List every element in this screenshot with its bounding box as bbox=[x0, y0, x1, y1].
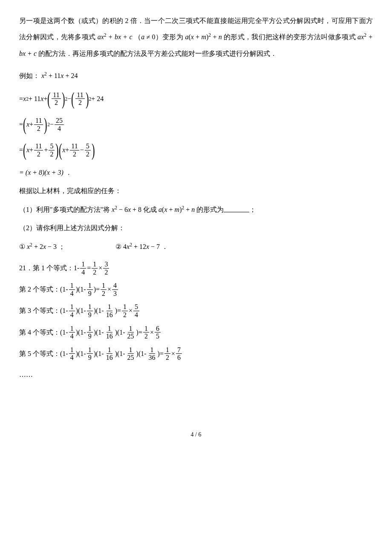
step-1: = x2 + 11x + ( 112 ) 2 − ( 112 ) 2 + 24 bbox=[19, 91, 373, 107]
s2-x: x bbox=[26, 120, 29, 129]
paren-open-icon: ( bbox=[72, 94, 75, 104]
ex-11: + 11 bbox=[47, 72, 61, 80]
q2a-semi: ； bbox=[58, 243, 65, 251]
math-m: m bbox=[201, 33, 206, 40]
paren-close-icon: ) bbox=[62, 94, 65, 104]
q1-pl2: + bbox=[184, 206, 191, 214]
s3-f1: 112 bbox=[34, 142, 43, 158]
s4-text: = (x + 8)(x + 3) ． bbox=[19, 169, 72, 176]
paren-open-icon: ( bbox=[23, 145, 26, 155]
head-1: 第 1 个等式： bbox=[33, 263, 74, 273]
q1-a: a bbox=[159, 206, 162, 214]
problem-21-label: 21． bbox=[19, 263, 33, 273]
intro-text-4: 的形式，我们把这样的变形方法叫做多项式 bbox=[224, 33, 357, 40]
head-5: 第 5 个等式： bbox=[19, 349, 60, 358]
q1-lead: （1）利用"多项式的配方法"将 bbox=[19, 206, 112, 214]
head-3: 第 3 个等式： bbox=[19, 306, 60, 315]
question-2-items: ① x2 + 2x − 3 ； ② 4x2 + 12x − 7 ． bbox=[19, 241, 373, 252]
intro-text-5: 的配方法．再运用多项式的配方法及平方差公式能对一些多项式进行分解因式． bbox=[38, 50, 277, 57]
intro-paragraph: 另一项是这两个数（或式）的积的 2 倍．当一个二次三项式不能直接能运用完全平方公… bbox=[19, 13, 373, 62]
s3-eq: = bbox=[19, 145, 23, 155]
math-bxc: + bx + c bbox=[107, 33, 133, 40]
question-2-lead: （2）请你利用上述方法因式分解： bbox=[19, 223, 373, 233]
s3-p4: − bbox=[80, 145, 84, 155]
r1a: 12 bbox=[92, 260, 98, 276]
s3-x1: x bbox=[26, 145, 29, 155]
math-n: n bbox=[219, 33, 222, 40]
head-2: 第 2 个等式： bbox=[19, 285, 60, 294]
q1-m: m bbox=[175, 206, 180, 214]
q1-pl: + bbox=[167, 206, 175, 214]
s3-p1: + bbox=[29, 145, 33, 155]
s2-plus: + bbox=[29, 120, 33, 129]
s3-p3: + bbox=[65, 145, 69, 155]
q2b-x2: x bbox=[146, 243, 149, 251]
s1-x: x bbox=[23, 94, 26, 104]
s2-minus: − bbox=[50, 120, 54, 129]
r1b: 32 bbox=[103, 260, 109, 276]
s1-frac1: 112 bbox=[52, 91, 61, 107]
eq-row-3: 第 3 个等式： (1-14)(1-19)(1-116)= 12 × 54 bbox=[19, 303, 373, 318]
math-neq0: ≠ 0 bbox=[144, 33, 155, 40]
page-footer: 4 / 6 bbox=[19, 431, 373, 439]
paren-close-icon: ) bbox=[56, 145, 59, 155]
eq-row-4: 第 4 个等式： (1-14)(1-19)(1-116)(1-125)= 12 … bbox=[19, 325, 373, 340]
math-plus2: + bbox=[211, 33, 219, 40]
s2-frac2: 254 bbox=[55, 117, 64, 132]
q2a-x2: x bbox=[43, 243, 46, 251]
eq: = bbox=[87, 263, 91, 273]
head-4: 第 4 个等式： bbox=[19, 328, 60, 337]
s3-x2: x bbox=[62, 145, 65, 155]
step-2: = ( x + 112 ) 2 − 254 bbox=[19, 117, 373, 132]
paren-open-icon: ( bbox=[23, 120, 26, 130]
blank-underline bbox=[224, 212, 249, 212]
minus: - bbox=[77, 263, 79, 273]
q1-p8: + 8 bbox=[131, 206, 141, 214]
question-1: （1）利用"多项式的配方法"将 x2 − 6x + 8 化成 a(x + m)2… bbox=[19, 204, 373, 215]
q2a-2: + 2 bbox=[32, 243, 43, 251]
math-x: x bbox=[191, 33, 194, 40]
step-3: = ( x + 112 + 52 ) ( x + 112 − 52 ) bbox=[19, 142, 373, 158]
paren-open-icon: ( bbox=[48, 94, 51, 104]
f14: 14 bbox=[80, 260, 86, 276]
eq-row-5: 第 5 个等式： (1-14)(1-19)(1-116)(1-125)(1-13… bbox=[19, 346, 373, 361]
circled-2: ② bbox=[115, 243, 121, 251]
math-ax2: ax bbox=[357, 33, 364, 40]
followup-text: 根据以上材料，完成相应的任务： bbox=[19, 186, 373, 196]
q1-n: n bbox=[191, 206, 195, 214]
s3-f2: 52 bbox=[49, 142, 55, 158]
q1-semi: ； bbox=[249, 206, 256, 214]
times: × bbox=[98, 263, 102, 273]
eq-row-2: 第 2 个等式： (1-14)(1-19)= 12 × 43 bbox=[19, 282, 373, 297]
s1-x2: x bbox=[40, 94, 43, 104]
q2b-m7: − 7 bbox=[149, 243, 160, 251]
example-label: 例如： bbox=[19, 72, 40, 80]
intro-text-3: ）变形为 bbox=[156, 33, 185, 40]
math-a: a bbox=[141, 33, 144, 40]
q2b-12: + 12 bbox=[132, 243, 146, 251]
s3-p2: + bbox=[44, 145, 48, 155]
math-plus: + bbox=[194, 33, 202, 40]
q1-m6: − 6 bbox=[117, 206, 128, 214]
s2-eq: = bbox=[19, 120, 23, 129]
ellipsis: …… bbox=[19, 370, 373, 379]
s1-eq: = bbox=[19, 94, 23, 104]
q1-tail: 的形式为 bbox=[196, 206, 224, 214]
s3-f3: 112 bbox=[70, 142, 79, 158]
s3-f4: 52 bbox=[85, 142, 91, 158]
math-ax: ax bbox=[98, 33, 104, 40]
paren-close-icon: ) bbox=[92, 145, 95, 155]
one: 1 bbox=[74, 263, 77, 273]
intro-text-2: （ bbox=[134, 33, 141, 40]
s1-p1: + 11 bbox=[29, 94, 40, 104]
eq-row-1: 21． 第 1 个等式： 1- 14 = 12 × 32 bbox=[19, 260, 373, 276]
ex-24: + 24 bbox=[63, 72, 78, 80]
s1-frac2: 112 bbox=[75, 91, 84, 107]
paren-close-icon: ) bbox=[86, 94, 89, 104]
s2-frac1: 112 bbox=[34, 117, 43, 132]
q1-xx: x bbox=[164, 206, 167, 214]
paren-open-icon: ( bbox=[59, 145, 62, 155]
q2b-dot: ． bbox=[161, 243, 168, 251]
q2b-4: 4 bbox=[123, 243, 127, 251]
s1-tail: + 24 bbox=[91, 94, 104, 104]
